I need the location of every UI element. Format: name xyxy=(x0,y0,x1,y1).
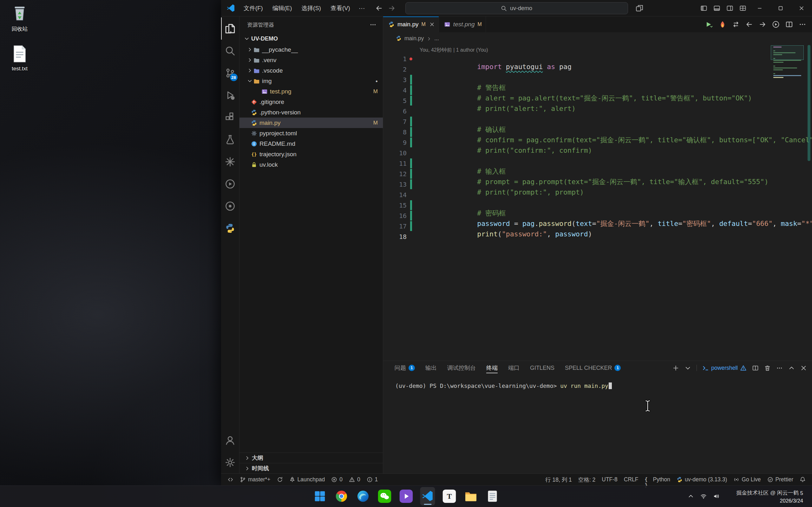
toggle-secondary-sidebar-icon[interactable] xyxy=(723,0,736,16)
panel-tab[interactable]: 端口 xyxy=(508,361,519,375)
terminal-profile[interactable]: powershell xyxy=(702,365,747,372)
status-item[interactable]: { } Python xyxy=(642,474,673,486)
status-item[interactable] xyxy=(274,474,286,486)
activity-bar-item[interactable] xyxy=(221,128,240,151)
taskbar-app[interactable] xyxy=(334,487,349,505)
tree-item[interactable]: .gitignore xyxy=(240,97,383,107)
tree-item[interactable]: README.md xyxy=(240,138,383,149)
editor-action-icon[interactable] xyxy=(759,20,766,28)
panel-tab[interactable]: 终端 xyxy=(486,361,498,375)
status-item[interactable]: Prettier xyxy=(764,474,797,486)
code-editor[interactable]: You, 42秒钟前 | 1 author (You) 1 import pya… xyxy=(383,44,812,360)
activity-bar-item[interactable] xyxy=(221,106,240,128)
editor-action-icon[interactable] xyxy=(785,20,793,28)
menu-overflow[interactable]: ··· xyxy=(355,4,369,12)
new-terminal-icon[interactable] xyxy=(672,365,679,372)
taskbar-app[interactable] xyxy=(312,487,327,505)
toggle-sidebar-icon[interactable] xyxy=(697,0,710,16)
volume-icon[interactable] xyxy=(713,493,719,499)
panel-tab[interactable]: 调试控制台 xyxy=(447,361,476,375)
minimap[interactable] xyxy=(772,46,803,80)
tray-clock[interactable]: 5 2026/3/24 xyxy=(780,490,803,505)
menu-item[interactable]: 选择(S) xyxy=(297,0,326,16)
activity-bar-item[interactable] xyxy=(221,195,240,217)
activity-bar-item[interactable] xyxy=(221,40,240,62)
multi-window-icon[interactable] xyxy=(635,4,644,12)
kill-terminal-icon[interactable] xyxy=(764,365,771,372)
close-button[interactable] xyxy=(791,0,812,16)
taskbar-app[interactable]: T xyxy=(442,487,457,505)
status-item[interactable]: Launchpad xyxy=(286,474,328,486)
status-item[interactable]: uv-demo (3.13.3) xyxy=(673,474,730,486)
taskbar-app[interactable] xyxy=(356,487,370,505)
activity-bar-item[interactable] xyxy=(221,84,240,106)
activity-bar-item[interactable] xyxy=(221,451,240,473)
sidebar-section[interactable]: 时间线 xyxy=(240,463,383,473)
taskbar-app[interactable] xyxy=(463,487,478,505)
toggle-panel-icon[interactable] xyxy=(710,0,723,16)
editor-action-icon[interactable] xyxy=(745,20,753,28)
panel-tab[interactable]: GITLENS xyxy=(530,361,554,375)
minimap-slider[interactable] xyxy=(771,45,804,60)
wifi-icon[interactable] xyxy=(700,493,707,499)
taskbar-app[interactable] xyxy=(377,487,392,505)
activity-bar-item[interactable] xyxy=(221,217,240,239)
panel-tab[interactable]: 输出 xyxy=(425,361,437,375)
panel-more-icon[interactable] xyxy=(776,365,783,372)
overview-ruler[interactable] xyxy=(808,45,810,161)
editor-action-icon[interactable] xyxy=(772,20,780,28)
status-item[interactable]: master*+ xyxy=(237,474,274,486)
command-center-search[interactable]: uv-demo xyxy=(405,2,628,14)
desktop-icon[interactable]: test.txt xyxy=(5,44,34,72)
status-item[interactable]: 行 18, 列 1 xyxy=(542,474,575,486)
tree-item[interactable]: .vscode xyxy=(240,65,383,76)
breadcrumb[interactable]: main.py ... xyxy=(383,32,812,44)
menu-item[interactable]: 编辑(E) xyxy=(268,0,297,16)
tray-chevron-up-icon[interactable] xyxy=(688,493,694,499)
editor-tab[interactable]: test.png M xyxy=(439,16,486,32)
tree-item[interactable]: main.py M xyxy=(240,118,383,128)
status-item[interactable]: 0 xyxy=(346,474,363,486)
tree-item[interactable]: test.png M xyxy=(240,86,383,97)
activity-bar-item[interactable] xyxy=(221,151,240,173)
maximize-panel-icon[interactable] xyxy=(788,365,795,372)
status-item[interactable] xyxy=(797,474,809,486)
editor-tab[interactable]: main.py M xyxy=(383,16,439,32)
tree-item[interactable]: {} trajectory.json xyxy=(240,149,383,159)
menu-item[interactable]: 文件(F) xyxy=(239,0,268,16)
activity-bar-item[interactable]: 28 xyxy=(221,62,240,84)
activity-bar-item[interactable] xyxy=(221,173,240,195)
tree-item[interactable]: img ● xyxy=(240,76,383,86)
minimize-button[interactable] xyxy=(749,0,770,16)
taskbar-app[interactable] xyxy=(420,487,435,505)
customize-layout-icon[interactable] xyxy=(736,0,749,16)
split-terminal-icon[interactable] xyxy=(752,365,759,372)
editor-action-icon[interactable] xyxy=(705,20,713,28)
editor-action-icon[interactable] xyxy=(799,20,806,28)
tree-item[interactable]: .python-version xyxy=(240,107,383,118)
activity-bar-item[interactable] xyxy=(221,17,240,40)
status-item[interactable] xyxy=(224,474,237,486)
status-item[interactable]: 1 xyxy=(363,474,381,486)
back-icon[interactable] xyxy=(375,4,383,12)
status-item[interactable]: 空格: 2 xyxy=(575,474,599,486)
tree-item[interactable]: .venv xyxy=(240,55,383,65)
tree-item[interactable]: __pycache__ xyxy=(240,44,383,55)
taskbar-app[interactable] xyxy=(485,487,500,505)
terminal-dropdown-icon[interactable] xyxy=(684,365,691,372)
editor-action-icon[interactable] xyxy=(732,20,740,28)
tree-root-folder[interactable]: UV-DEMO xyxy=(240,33,383,44)
menu-item[interactable]: 查看(V) xyxy=(326,0,355,16)
taskbar-app[interactable] xyxy=(399,487,414,505)
status-item[interactable]: UTF-8 xyxy=(599,474,621,486)
status-item[interactable]: 0 xyxy=(328,474,346,486)
terminal-output[interactable]: (uv-demo) PS D:\workspace\vue-learning\u… xyxy=(383,375,812,473)
panel-tab[interactable]: SPELL CHECKER 1 xyxy=(565,361,621,375)
close-panel-icon[interactable] xyxy=(800,365,807,372)
panel-tab[interactable]: 问题 1 xyxy=(395,361,415,375)
status-item[interactable]: CRLF xyxy=(621,474,642,486)
status-item[interactable]: Go Live xyxy=(730,474,764,486)
desktop-icon[interactable]: 回收站 xyxy=(5,4,34,33)
tree-item[interactable]: pyproject.toml xyxy=(240,128,383,138)
tab-close-icon[interactable] xyxy=(429,21,435,27)
